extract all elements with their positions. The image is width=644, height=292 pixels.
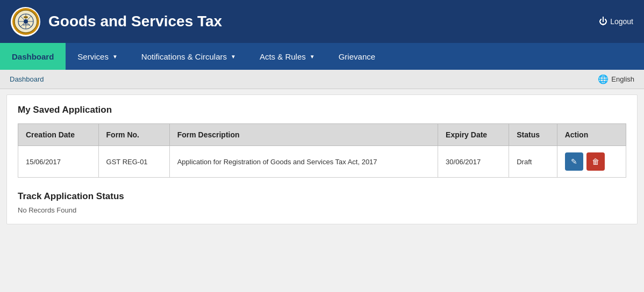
header: सत्यमेव Goods and Services Tax ⏻ Logout [0, 0, 644, 43]
main-content: My Saved Application Creation Date Form … [6, 94, 638, 224]
cell-form-description: Application for Registration of Goods an… [169, 146, 438, 178]
cell-expiry-date: 30/06/2017 [438, 146, 509, 178]
nav-dashboard-label: Dashboard [12, 52, 54, 61]
acts-dropdown-arrow: ▼ [310, 54, 315, 60]
col-expiry-date: Expiry Date [438, 124, 509, 146]
track-status-section: Track Application Status No Records Foun… [18, 191, 626, 214]
no-records-text: No Records Found [18, 206, 626, 214]
breadcrumb: Dashboard [10, 75, 44, 83]
breadcrumb-bar: Dashboard 🌐 English [0, 70, 644, 89]
col-creation-date: Creation Date [18, 124, 99, 146]
cell-action: ✎ 🗑 [557, 146, 626, 178]
svg-point-7 [24, 16, 28, 18]
nav-notifications[interactable]: Notifications & Circulars ▼ [130, 43, 248, 70]
col-status: Status [509, 124, 557, 146]
edit-icon: ✎ [571, 157, 577, 166]
cell-form-no: GST REG-01 [98, 146, 169, 178]
col-form-no: Form No. [98, 124, 169, 146]
svg-text:सत्यमेव: सत्यमेव [22, 23, 30, 26]
site-title: Goods and Services Tax [48, 13, 222, 30]
notifications-dropdown-arrow: ▼ [231, 54, 236, 60]
delete-icon: 🗑 [592, 157, 599, 166]
nav-acts-label: Acts & Rules [260, 52, 306, 61]
saved-applications-table: Creation Date Form No. Form Description … [18, 123, 626, 178]
nav-services[interactable]: Services ▼ [66, 43, 129, 70]
nav-grievance-label: Grievance [339, 52, 375, 61]
navbar: Dashboard Services ▼ Notifications & Cir… [0, 43, 644, 70]
cell-creation-date: 15/06/2017 [18, 146, 99, 178]
emblem-icon: सत्यमेव [12, 8, 39, 35]
nav-acts[interactable]: Acts & Rules ▼ [248, 43, 327, 70]
edit-button[interactable]: ✎ [565, 152, 583, 171]
saved-application-title: My Saved Application [18, 105, 626, 115]
table-row: 15/06/2017 GST REG-01 Application for Re… [18, 146, 626, 178]
logout-icon: ⏻ [599, 17, 607, 26]
table-body: 15/06/2017 GST REG-01 Application for Re… [18, 146, 626, 178]
nav-dashboard[interactable]: Dashboard [0, 43, 66, 70]
header-left: सत्यमेव Goods and Services Tax [11, 7, 222, 36]
action-buttons: ✎ 🗑 [565, 152, 618, 171]
language-label: English [611, 75, 634, 83]
logout-button[interactable]: ⏻ Logout [599, 17, 633, 26]
nav-services-label: Services [77, 52, 109, 61]
delete-button[interactable]: 🗑 [586, 152, 605, 171]
logout-label: Logout [610, 17, 633, 26]
services-dropdown-arrow: ▼ [112, 54, 118, 60]
nav-grievance[interactable]: Grievance [327, 43, 387, 70]
nav-notifications-label: Notifications & Circulars [141, 52, 227, 61]
logo-emblem: सत्यमेव [11, 7, 40, 36]
track-status-title: Track Application Status [18, 191, 626, 202]
globe-icon: 🌐 [598, 74, 609, 84]
saved-application-section: My Saved Application Creation Date Form … [18, 105, 626, 178]
table-header-row: Creation Date Form No. Form Description … [18, 124, 626, 146]
cell-status: Draft [509, 146, 557, 178]
language-selector[interactable]: 🌐 English [598, 74, 634, 84]
col-form-description: Form Description [169, 124, 438, 146]
col-action: Action [557, 124, 626, 146]
table-header: Creation Date Form No. Form Description … [18, 124, 626, 146]
